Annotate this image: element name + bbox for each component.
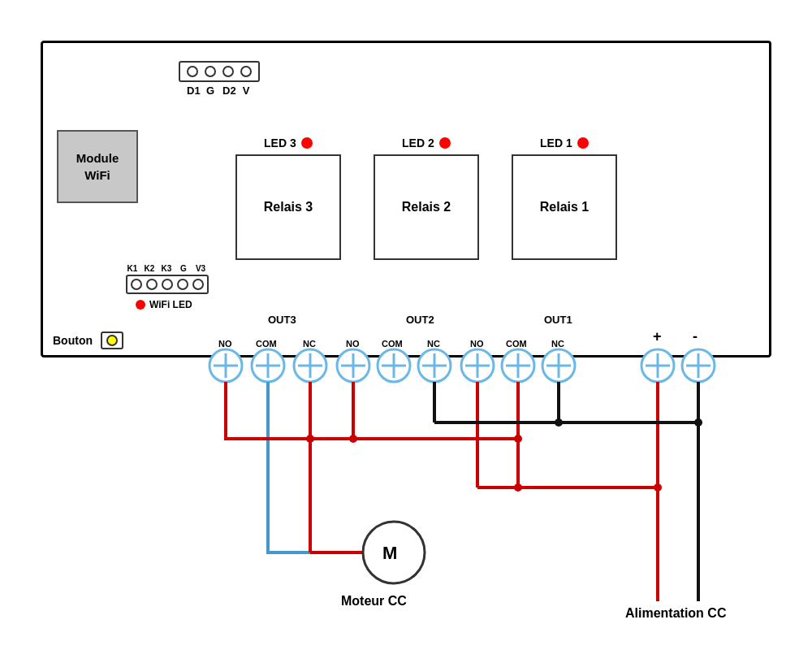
red-junction-1: [306, 435, 314, 443]
alimentation-label-text: Alimentation CC: [625, 606, 727, 620]
red-junction-2: [349, 435, 357, 443]
label-v3: V3: [194, 264, 207, 273]
wifi-led-label: WiFi LED: [149, 299, 192, 310]
led1-indicator: LED 1: [540, 136, 589, 150]
relay3-label: Relais 3: [264, 200, 313, 214]
black-junction-1: [555, 418, 563, 427]
bouton-label: Bouton: [53, 334, 93, 347]
small-hole-1: [131, 279, 142, 290]
relay1-box: Relais 1: [512, 154, 617, 260]
red-wire-1: [226, 382, 310, 439]
led2-label: LED 2: [402, 136, 434, 150]
label-d1: D1: [187, 84, 198, 97]
label-k2: K2: [143, 264, 156, 273]
wifi-module-label: Module WiFi: [76, 150, 119, 184]
red-junction-4: [514, 483, 522, 492]
blue-wire-1: [268, 382, 394, 552]
small-hole-3: [162, 279, 173, 290]
motor-symbol-text: M: [382, 543, 397, 563]
relay1-label: Relais 1: [540, 200, 589, 214]
connector-hole-d1: [187, 66, 198, 77]
moteur-label-text: Moteur CC: [341, 594, 407, 608]
small-connector-labels: K1 K2 K3 G V3: [126, 264, 209, 273]
label-d2: D2: [222, 84, 234, 97]
bouton-container: Bouton: [53, 332, 123, 349]
connector-hole-g: [205, 66, 216, 77]
led1-label: LED 1: [540, 136, 572, 150]
wifi-led-container: WiFi LED: [136, 299, 192, 310]
small-connector: K1 K2 K3 G V3: [126, 264, 209, 294]
label-gnd: G: [177, 264, 190, 273]
connector-hole-d2: [222, 66, 234, 77]
led3-indicator: LED 3: [264, 136, 313, 150]
red-junction-5: [654, 483, 662, 492]
led2-indicator: LED 2: [402, 136, 451, 150]
label-k1: K1: [126, 264, 139, 273]
motor-circle: [363, 522, 425, 583]
small-hole-4: [177, 279, 188, 290]
small-holes: [126, 275, 209, 294]
relay2-box: Relais 2: [374, 154, 479, 260]
diagram-container: D1 G D2 V Module WiFi K1 K2 K3 G V3: [16, 16, 796, 634]
relay2-label: Relais 2: [402, 200, 451, 214]
led3-label: LED 3: [264, 136, 296, 150]
relay3-box: Relais 3: [235, 154, 341, 260]
led1-dot: [577, 137, 589, 149]
bouton-icon: [101, 332, 123, 349]
connector-holes: [179, 61, 260, 82]
wifi-module: Module WiFi: [57, 130, 138, 203]
black-junction-2: [694, 418, 702, 427]
top-connector: D1 G D2 V: [179, 61, 260, 97]
connector-labels: D1 G D2 V: [187, 84, 252, 97]
bouton-inner: [106, 335, 118, 346]
red-junction-3: [514, 435, 522, 443]
wifi-led-dot: [136, 300, 145, 310]
label-g: G: [205, 84, 216, 97]
small-hole-5: [192, 279, 204, 290]
connector-hole-v: [240, 66, 252, 77]
small-hole-2: [146, 279, 158, 290]
led3-dot: [301, 137, 313, 149]
led2-dot: [439, 137, 451, 149]
label-v: V: [240, 84, 252, 97]
label-k3: K3: [160, 264, 173, 273]
